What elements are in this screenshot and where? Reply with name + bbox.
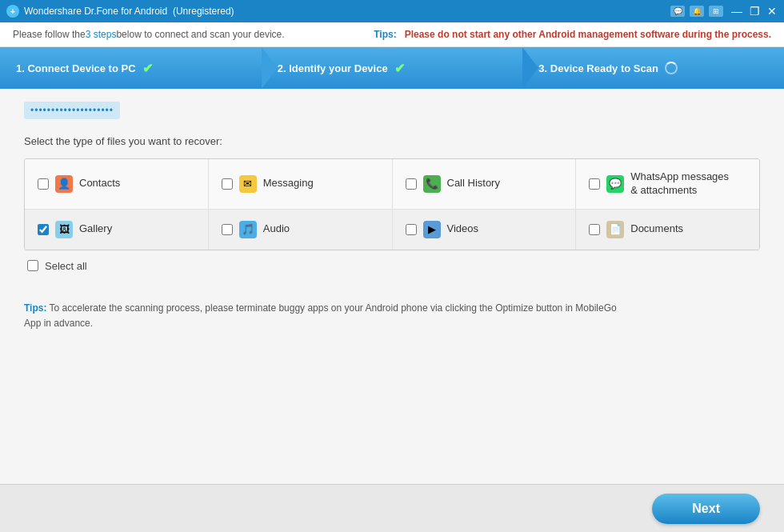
step-1-label: 1. Connect Device to PC bbox=[16, 62, 136, 74]
tips-bottom: Tips: To accelerate the scanning process… bbox=[24, 301, 760, 331]
messaging-label: Messaging bbox=[263, 177, 314, 190]
audio-label: Audio bbox=[263, 222, 290, 236]
app-title: Wondershare Dr.Fone for Android (Unregis… bbox=[24, 6, 670, 17]
step-3-loading-icon bbox=[665, 62, 678, 74]
close-button[interactable]: ✕ bbox=[766, 6, 778, 17]
select-all-checkbox[interactable] bbox=[27, 260, 38, 271]
contacts-icon: 👤 bbox=[55, 175, 73, 193]
whatsapp-icon: 💬 bbox=[606, 175, 624, 193]
messaging-icon: ✉ bbox=[239, 175, 257, 193]
file-item-audio[interactable]: 🎵 Audio bbox=[209, 210, 393, 250]
footer: Next bbox=[0, 484, 784, 532]
title-bar-system-icons: 💬 🔔 ⊞ bbox=[670, 6, 723, 17]
file-item-call-history[interactable]: 📞 Call History bbox=[393, 159, 577, 209]
file-item-messaging[interactable]: ✉ Messaging bbox=[209, 159, 393, 209]
call-history-icon: 📞 bbox=[423, 175, 441, 193]
window-controls[interactable]: — ❐ ✕ bbox=[731, 6, 778, 17]
file-grid-row-1: 👤 Contacts ✉ Messaging 📞 Call History 💬 … bbox=[25, 159, 759, 210]
minimize-button[interactable]: — bbox=[731, 6, 742, 17]
file-item-documents[interactable]: 📄 Documents bbox=[576, 210, 759, 250]
call-history-label: Call History bbox=[447, 177, 500, 190]
videos-checkbox[interactable] bbox=[406, 224, 417, 235]
tips-bar: Please follow the 3 steps below to conne… bbox=[0, 22, 784, 47]
tips-prefix: Please follow the bbox=[13, 29, 86, 40]
step-1: 1. Connect Device to PC ✔ bbox=[0, 61, 262, 76]
step-3-label: 3. Device Ready to Scan bbox=[538, 62, 658, 74]
tips-bottom-label: Tips: bbox=[24, 302, 46, 314]
file-item-videos[interactable]: ▶ Videos bbox=[393, 210, 577, 250]
step-3: 3. Device Ready to Scan bbox=[522, 62, 784, 74]
step-2-check-icon: ✔ bbox=[394, 61, 405, 76]
select-all-label: Select all bbox=[45, 260, 87, 272]
steps-link[interactable]: 3 steps bbox=[86, 29, 117, 40]
contacts-label: Contacts bbox=[79, 177, 120, 190]
contacts-checkbox[interactable] bbox=[38, 178, 49, 190]
videos-label: Videos bbox=[447, 222, 479, 236]
audio-icon: 🎵 bbox=[239, 221, 257, 238]
app-icon: + bbox=[6, 5, 19, 18]
whatsapp-checkbox[interactable] bbox=[589, 178, 600, 190]
file-select-title: Select the type of files you want to rec… bbox=[24, 135, 760, 147]
messaging-checkbox[interactable] bbox=[222, 178, 233, 190]
tips-right: Tips: Please do not start any other Andr… bbox=[374, 29, 771, 40]
icon-bell: 🔔 bbox=[690, 6, 704, 17]
next-button[interactable]: Next bbox=[652, 494, 760, 524]
audio-checkbox[interactable] bbox=[222, 224, 233, 235]
file-item-contacts[interactable]: 👤 Contacts bbox=[25, 159, 209, 209]
restore-button[interactable]: ❐ bbox=[749, 6, 760, 17]
file-grid-row-2: 🖼 Gallery 🎵 Audio ▶ Videos 📄 Documents bbox=[25, 210, 759, 250]
select-all-row: Select all bbox=[24, 250, 760, 282]
documents-checkbox[interactable] bbox=[589, 224, 600, 235]
gallery-icon: 🖼 bbox=[55, 221, 73, 238]
tips-suffix: below to connect and scan your device. bbox=[116, 29, 284, 40]
file-item-whatsapp[interactable]: 💬 WhatsApp messages& attachments bbox=[576, 159, 759, 209]
call-history-checkbox[interactable] bbox=[406, 178, 417, 190]
device-label: •••••••••••••••••••• bbox=[24, 102, 120, 119]
tips-warning-text: Please do not start any other Android ma… bbox=[405, 29, 771, 40]
icon-grid: ⊞ bbox=[709, 6, 723, 17]
file-item-gallery[interactable]: 🖼 Gallery bbox=[25, 210, 209, 250]
documents-icon: 📄 bbox=[606, 221, 624, 238]
step-2-label: 2. Identify your Device bbox=[278, 62, 388, 74]
main-content: •••••••••••••••••••• Select the type of … bbox=[0, 89, 784, 484]
tips-bottom-text: To accelerate the scanning process, plea… bbox=[24, 302, 617, 329]
documents-label: Documents bbox=[630, 222, 683, 236]
whatsapp-label: WhatsApp messages& attachments bbox=[630, 170, 729, 198]
title-bar: + Wondershare Dr.Fone for Android (Unreg… bbox=[0, 0, 784, 22]
file-type-grid: 👤 Contacts ✉ Messaging 📞 Call History 💬 … bbox=[24, 158, 760, 250]
videos-icon: ▶ bbox=[423, 221, 441, 238]
icon-chat: 💬 bbox=[670, 6, 685, 17]
tips-label: Tips: bbox=[374, 29, 396, 40]
step-2: 2. Identify your Device ✔ bbox=[262, 61, 523, 76]
gallery-label: Gallery bbox=[79, 222, 112, 236]
gallery-checkbox[interactable] bbox=[38, 224, 49, 235]
steps-header: 1. Connect Device to PC ✔ 2. Identify yo… bbox=[0, 47, 784, 89]
step-1-check-icon: ✔ bbox=[142, 61, 153, 76]
